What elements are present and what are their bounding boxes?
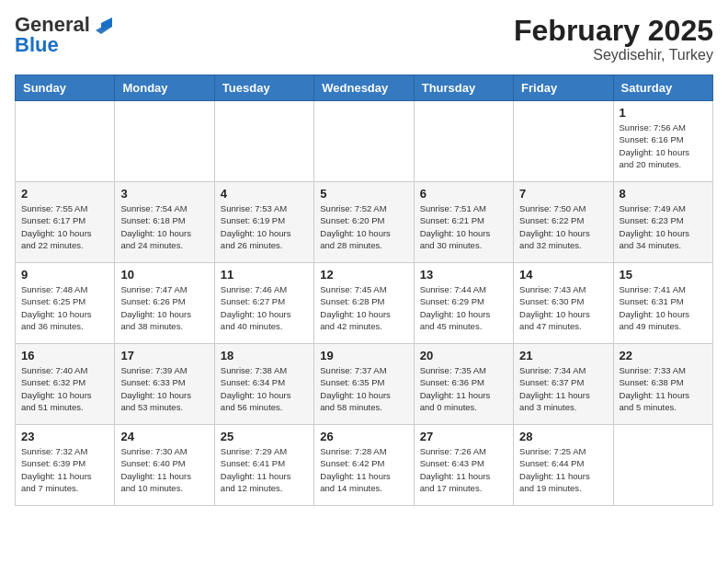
calendar-day-11: 11Sunrise: 7:46 AM Sunset: 6:27 PM Dayli… [214, 263, 313, 344]
day-info: Sunrise: 7:53 AM Sunset: 6:19 PM Dayligh… [221, 202, 308, 251]
day-info: Sunrise: 7:28 AM Sunset: 6:42 PM Dayligh… [320, 445, 407, 494]
day-info: Sunrise: 7:46 AM Sunset: 6:27 PM Dayligh… [221, 283, 308, 332]
day-info: Sunrise: 7:38 AM Sunset: 6:34 PM Dayligh… [221, 364, 308, 413]
day-number: 18 [221, 349, 308, 362]
calendar-week-row: 2Sunrise: 7:55 AM Sunset: 6:17 PM Daylig… [16, 182, 713, 263]
day-number: 6 [420, 187, 507, 201]
calendar-subtitle: Seydisehir, Turkey [514, 47, 713, 63]
day-info: Sunrise: 7:34 AM Sunset: 6:37 PM Dayligh… [519, 364, 607, 413]
calendar-day-1: 1Sunrise: 7:56 AM Sunset: 6:16 PM Daylig… [613, 101, 712, 182]
calendar-empty-cell [613, 425, 712, 506]
calendar-day-22: 22Sunrise: 7:33 AM Sunset: 6:38 PM Dayli… [613, 344, 712, 425]
day-number: 14 [519, 268, 607, 282]
day-number: 10 [120, 268, 208, 282]
calendar-day-4: 4Sunrise: 7:53 AM Sunset: 6:19 PM Daylig… [214, 182, 313, 263]
day-number: 1 [620, 106, 707, 120]
day-info: Sunrise: 7:49 AM Sunset: 6:23 PM Dayligh… [620, 202, 707, 251]
calendar-header-monday: Monday [115, 75, 214, 101]
calendar-day-13: 13Sunrise: 7:44 AM Sunset: 6:29 PM Dayli… [414, 263, 513, 344]
calendar-day-23: 23Sunrise: 7:32 AM Sunset: 6:39 PM Dayli… [16, 425, 115, 506]
day-info: Sunrise: 7:39 AM Sunset: 6:33 PM Dayligh… [120, 364, 208, 413]
logo-icon [92, 14, 112, 34]
calendar-day-28: 28Sunrise: 7:25 AM Sunset: 6:44 PM Dayli… [514, 425, 613, 506]
day-number: 25 [221, 430, 308, 443]
calendar-table: SundayMondayTuesdayWednesdayThursdayFrid… [15, 75, 713, 506]
page-header: General Blue February 2025 Seydisehir, T… [15, 15, 713, 63]
calendar-empty-cell [16, 101, 115, 182]
calendar-day-15: 15Sunrise: 7:41 AM Sunset: 6:31 PM Dayli… [613, 263, 712, 344]
day-number: 26 [320, 430, 407, 443]
day-number: 2 [21, 187, 108, 201]
day-number: 8 [620, 187, 707, 201]
calendar-week-row: 1Sunrise: 7:56 AM Sunset: 6:16 PM Daylig… [16, 101, 713, 182]
calendar-day-9: 9Sunrise: 7:48 AM Sunset: 6:25 PM Daylig… [16, 263, 115, 344]
day-info: Sunrise: 7:48 AM Sunset: 6:25 PM Dayligh… [21, 283, 108, 332]
calendar-day-27: 27Sunrise: 7:26 AM Sunset: 6:43 PM Dayli… [414, 425, 513, 506]
day-info: Sunrise: 7:37 AM Sunset: 6:35 PM Dayligh… [320, 364, 407, 413]
calendar-empty-cell [214, 101, 313, 182]
day-info: Sunrise: 7:47 AM Sunset: 6:26 PM Dayligh… [120, 283, 208, 332]
day-info: Sunrise: 7:30 AM Sunset: 6:40 PM Dayligh… [120, 445, 208, 494]
day-number: 24 [120, 430, 208, 443]
logo: General Blue [15, 15, 112, 55]
title-block: February 2025 Seydisehir, Turkey [514, 15, 713, 63]
calendar-day-25: 25Sunrise: 7:29 AM Sunset: 6:41 PM Dayli… [214, 425, 313, 506]
calendar-day-19: 19Sunrise: 7:37 AM Sunset: 6:35 PM Dayli… [314, 344, 414, 425]
calendar-header-sunday: Sunday [16, 75, 115, 101]
day-number: 3 [120, 187, 208, 201]
day-info: Sunrise: 7:40 AM Sunset: 6:32 PM Dayligh… [21, 364, 108, 413]
day-info: Sunrise: 7:41 AM Sunset: 6:31 PM Dayligh… [620, 283, 707, 332]
calendar-header-friday: Friday [514, 75, 613, 101]
day-info: Sunrise: 7:50 AM Sunset: 6:22 PM Dayligh… [519, 202, 607, 251]
day-info: Sunrise: 7:51 AM Sunset: 6:21 PM Dayligh… [420, 202, 507, 251]
day-number: 21 [519, 349, 607, 362]
day-number: 7 [519, 187, 607, 201]
logo-blue-text: Blue [15, 35, 59, 55]
day-number: 23 [21, 430, 108, 443]
svg-marker-1 [101, 17, 112, 30]
calendar-day-12: 12Sunrise: 7:45 AM Sunset: 6:28 PM Dayli… [314, 263, 414, 344]
day-number: 27 [420, 430, 507, 443]
calendar-day-18: 18Sunrise: 7:38 AM Sunset: 6:34 PM Dayli… [214, 344, 313, 425]
day-info: Sunrise: 7:26 AM Sunset: 6:43 PM Dayligh… [420, 445, 507, 494]
calendar-day-21: 21Sunrise: 7:34 AM Sunset: 6:37 PM Dayli… [514, 344, 613, 425]
calendar-week-row: 23Sunrise: 7:32 AM Sunset: 6:39 PM Dayli… [16, 425, 713, 506]
day-number: 13 [420, 268, 507, 282]
calendar-header-row: SundayMondayTuesdayWednesdayThursdayFrid… [16, 75, 713, 101]
calendar-header-tuesday: Tuesday [214, 75, 313, 101]
day-number: 20 [420, 349, 507, 362]
day-info: Sunrise: 7:55 AM Sunset: 6:17 PM Dayligh… [21, 202, 108, 251]
day-number: 28 [519, 430, 607, 443]
day-info: Sunrise: 7:25 AM Sunset: 6:44 PM Dayligh… [519, 445, 607, 494]
calendar-day-2: 2Sunrise: 7:55 AM Sunset: 6:17 PM Daylig… [16, 182, 115, 263]
calendar-empty-cell [514, 101, 613, 182]
calendar-day-20: 20Sunrise: 7:35 AM Sunset: 6:36 PM Dayli… [414, 344, 513, 425]
calendar-day-14: 14Sunrise: 7:43 AM Sunset: 6:30 PM Dayli… [514, 263, 613, 344]
day-info: Sunrise: 7:32 AM Sunset: 6:39 PM Dayligh… [21, 445, 108, 494]
day-number: 4 [221, 187, 308, 201]
calendar-day-10: 10Sunrise: 7:47 AM Sunset: 6:26 PM Dayli… [115, 263, 214, 344]
calendar-header-saturday: Saturday [613, 75, 712, 101]
day-info: Sunrise: 7:54 AM Sunset: 6:18 PM Dayligh… [120, 202, 208, 251]
day-number: 17 [120, 349, 208, 362]
calendar-day-17: 17Sunrise: 7:39 AM Sunset: 6:33 PM Dayli… [115, 344, 214, 425]
day-number: 19 [320, 349, 407, 362]
day-info: Sunrise: 7:45 AM Sunset: 6:28 PM Dayligh… [320, 283, 407, 332]
calendar-day-24: 24Sunrise: 7:30 AM Sunset: 6:40 PM Dayli… [115, 425, 214, 506]
day-info: Sunrise: 7:43 AM Sunset: 6:30 PM Dayligh… [519, 283, 607, 332]
day-number: 15 [620, 268, 707, 282]
day-info: Sunrise: 7:33 AM Sunset: 6:38 PM Dayligh… [620, 364, 707, 413]
day-number: 12 [320, 268, 407, 282]
calendar-day-6: 6Sunrise: 7:51 AM Sunset: 6:21 PM Daylig… [414, 182, 513, 263]
calendar-day-16: 16Sunrise: 7:40 AM Sunset: 6:32 PM Dayli… [16, 344, 115, 425]
calendar-empty-cell [115, 101, 214, 182]
calendar-day-8: 8Sunrise: 7:49 AM Sunset: 6:23 PM Daylig… [613, 182, 712, 263]
calendar-title: February 2025 [514, 15, 713, 47]
calendar-day-7: 7Sunrise: 7:50 AM Sunset: 6:22 PM Daylig… [514, 182, 613, 263]
calendar-empty-cell [314, 101, 414, 182]
day-number: 22 [620, 349, 707, 362]
calendar-day-3: 3Sunrise: 7:54 AM Sunset: 6:18 PM Daylig… [115, 182, 214, 263]
day-number: 9 [21, 268, 108, 282]
calendar-empty-cell [414, 101, 513, 182]
day-info: Sunrise: 7:44 AM Sunset: 6:29 PM Dayligh… [420, 283, 507, 332]
